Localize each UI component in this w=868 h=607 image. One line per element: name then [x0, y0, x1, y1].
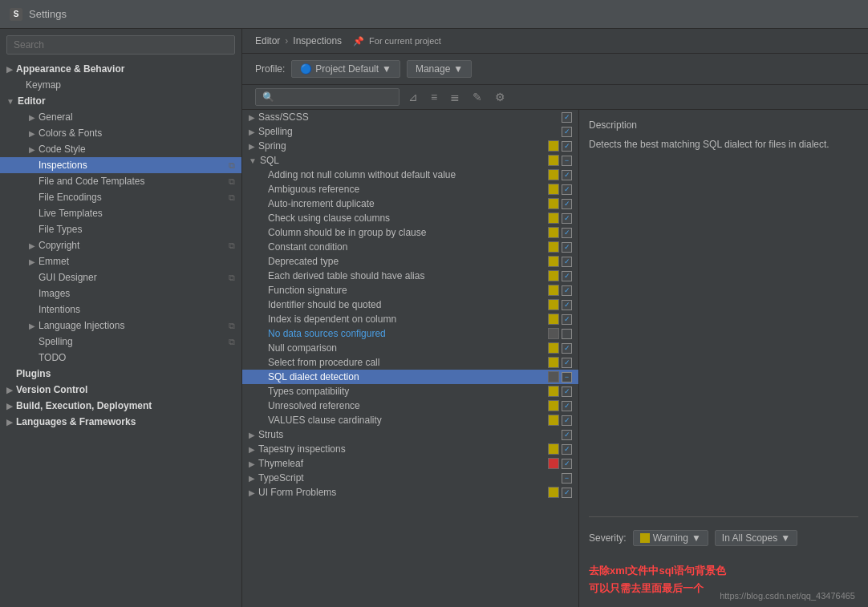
- insp-item-label: UI Form Problems: [258, 487, 548, 498]
- sidebar-item-colors-fonts[interactable]: ▶Colors & Fonts: [0, 125, 241, 141]
- insp-item-unresolved-ref[interactable]: ▶Unresolved reference: [242, 399, 578, 413]
- checkbox[interactable]: [562, 199, 572, 209]
- checkbox[interactable]: [562, 415, 572, 426]
- insp-item-sql-dialect[interactable]: ▶SQL dialect detection: [242, 370, 578, 384]
- checkbox[interactable]: [562, 444, 572, 455]
- checkbox[interactable]: [562, 473, 572, 484]
- checkbox[interactable]: [562, 358, 572, 368]
- sidebar-item-images[interactable]: ▶Images: [0, 285, 241, 301]
- edit-button[interactable]: ✎: [468, 88, 486, 106]
- copy-icon: ⧉: [229, 273, 235, 283]
- severity-scope-button[interactable]: In All Scopes ▼: [715, 530, 797, 546]
- insp-item-types-compat[interactable]: ▶Types compatibility: [242, 384, 578, 399]
- insp-item-ui-form[interactable]: ▶UI Form Problems: [242, 485, 578, 500]
- sidebar-item-plugins[interactable]: ▶Plugins: [0, 366, 241, 382]
- checkbox[interactable]: [562, 372, 572, 382]
- sidebar: ▶Appearance & Behavior▶Keymap▼Editor▶Gen…: [0, 29, 242, 607]
- sidebar-item-label: General: [39, 111, 73, 123]
- sidebar-item-intentions[interactable]: ▶Intentions: [0, 301, 241, 318]
- inspections-search-input[interactable]: [255, 88, 400, 106]
- checkbox[interactable]: [562, 300, 572, 310]
- sidebar-item-inspections[interactable]: ▶Inspections⧉: [0, 157, 241, 173]
- manage-button[interactable]: Manage ▼: [407, 60, 472, 78]
- insp-item-identifier-quoted[interactable]: ▶Identifier should be quoted: [242, 297, 578, 312]
- sidebar-item-appearance[interactable]: ▶Appearance & Behavior: [0, 61, 241, 77]
- checkbox[interactable]: [562, 257, 572, 267]
- sidebar-item-spelling[interactable]: ▶Spelling⧉: [0, 334, 241, 350]
- severity-color-box: [548, 184, 559, 195]
- sidebar-item-languages-frameworks[interactable]: ▶Languages & Frameworks: [0, 414, 241, 430]
- gear-button[interactable]: ⚙: [491, 88, 509, 106]
- checkbox[interactable]: [562, 488, 572, 498]
- insp-item-ambiguous-ref[interactable]: ▶Ambiguous reference: [242, 182, 578, 196]
- arrow-icon: ▶: [29, 113, 35, 122]
- insp-item-struts[interactable]: ▶Struts: [242, 427, 578, 442]
- checkbox[interactable]: [562, 401, 572, 411]
- insp-item-thymeleaf[interactable]: ▶Thymeleaf: [242, 456, 578, 471]
- sidebar-item-live-templates[interactable]: ▶Live Templates: [0, 205, 241, 221]
- checkbox[interactable]: [562, 141, 572, 152]
- insp-item-auto-increment[interactable]: ▶Auto-increment duplicate: [242, 196, 578, 211]
- sidebar-item-editor[interactable]: ▼Editor: [0, 93, 241, 109]
- checkbox[interactable]: [562, 386, 572, 397]
- checkbox[interactable]: [562, 343, 572, 354]
- sidebar-item-keymap[interactable]: ▶Keymap: [0, 77, 241, 93]
- insp-item-spring[interactable]: ▶Spring: [242, 139, 578, 153]
- insp-checkbox-area: [548, 155, 572, 166]
- checkbox[interactable]: [562, 329, 572, 339]
- insp-item-select-procedure[interactable]: ▶Select from procedure call: [242, 355, 578, 370]
- checkbox[interactable]: [562, 271, 572, 281]
- sidebar-item-gui-designer[interactable]: ▶GUI Designer⧉: [0, 269, 241, 285]
- checkbox[interactable]: [562, 459, 572, 469]
- checkbox[interactable]: [562, 242, 572, 253]
- filter-button[interactable]: ⊿: [404, 88, 422, 106]
- insp-item-spelling[interactable]: ▶Spelling: [242, 124, 578, 139]
- insp-item-values-cardinality[interactable]: ▶VALUES clause cardinality: [242, 413, 578, 427]
- insp-checkbox-area: [548, 314, 572, 325]
- insp-item-null-comparison[interactable]: ▶Null comparison: [242, 341, 578, 355]
- insp-item-adding-not-null[interactable]: ▶Adding not null column without default …: [242, 168, 578, 182]
- insp-item-check-using[interactable]: ▶Check using clause columns: [242, 211, 578, 225]
- severity-color-box: [548, 256, 559, 267]
- severity-color-box: [548, 155, 559, 166]
- insp-item-function-signature[interactable]: ▶Function signature: [242, 283, 578, 297]
- sidebar-item-language-injections[interactable]: ▶Language Injections⧉: [0, 318, 241, 334]
- severity-color-box: [548, 328, 559, 339]
- insp-item-index-dependent[interactable]: ▶Index is dependent on column: [242, 312, 578, 326]
- sidebar-item-general[interactable]: ▶General: [0, 109, 241, 125]
- checkbox[interactable]: [562, 184, 572, 195]
- insp-item-tapestry[interactable]: ▶Tapestry inspections: [242, 442, 578, 456]
- checkbox[interactable]: [562, 156, 572, 166]
- sidebar-item-emmet[interactable]: ▶Emmet: [0, 253, 241, 269]
- checkbox[interactable]: [562, 170, 572, 180]
- insp-item-constant-condition[interactable]: ▶Constant condition: [242, 240, 578, 254]
- checkbox[interactable]: [562, 228, 572, 238]
- sidebar-item-build-execution[interactable]: ▶Build, Execution, Deployment: [0, 398, 241, 414]
- sidebar-item-label: TODO: [39, 352, 66, 363]
- insp-item-sass-scss[interactable]: ▶Sass/SCSS: [242, 110, 578, 124]
- insp-item-sql[interactable]: ▼SQL: [242, 153, 578, 168]
- profile-default-button[interactable]: 🔵 Project Default ▼: [291, 60, 400, 78]
- checkbox[interactable]: [562, 314, 572, 325]
- sidebar-item-todo[interactable]: ▶TODO: [0, 350, 241, 366]
- checkbox[interactable]: [562, 127, 572, 137]
- sidebar-item-code-style[interactable]: ▶Code Style: [0, 141, 241, 157]
- insp-item-derived-table-alias[interactable]: ▶Each derived table should have alias: [242, 269, 578, 283]
- insp-item-no-data-sources[interactable]: ▶No data sources configured: [242, 326, 578, 341]
- insp-item-typescript[interactable]: ▶TypeScript: [242, 471, 578, 485]
- insp-item-column-group-by[interactable]: ▶Column should be in group by clause: [242, 225, 578, 240]
- checkbox[interactable]: [562, 213, 572, 224]
- insp-item-deprecated-type[interactable]: ▶Deprecated type: [242, 254, 578, 269]
- expand-all-button[interactable]: ≡: [427, 88, 441, 106]
- sidebar-item-file-encodings[interactable]: ▶File Encodings⧉: [0, 189, 241, 205]
- sidebar-search-input[interactable]: [6, 35, 235, 55]
- checkbox[interactable]: [562, 285, 572, 296]
- checkbox[interactable]: [562, 112, 572, 123]
- sidebar-item-file-types[interactable]: ▶File Types: [0, 221, 241, 237]
- checkbox[interactable]: [562, 430, 572, 440]
- sidebar-item-file-code-templates[interactable]: ▶File and Code Templates⧉: [0, 173, 241, 189]
- sidebar-item-copyright[interactable]: ▶Copyright⧉: [0, 237, 241, 253]
- severity-warning-button[interactable]: Warning ▼: [633, 530, 708, 546]
- sidebar-item-version-control[interactable]: ▶Version Control: [0, 382, 241, 398]
- collapse-all-button[interactable]: ≣: [446, 88, 464, 106]
